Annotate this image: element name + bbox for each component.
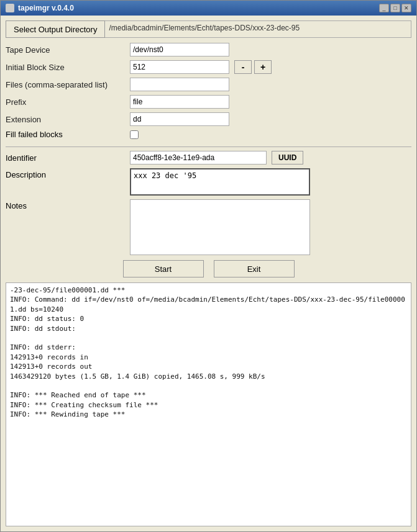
select-output-directory-button[interactable]: Select Output Directory <box>6 20 105 38</box>
notes-label: Notes <box>6 199 130 210</box>
initial-block-size-input[interactable] <box>130 60 229 74</box>
output-directory-path: /media/bcadmin/Elements/Echt/tapes-DDS/x… <box>105 20 411 38</box>
tape-device-input[interactable] <box>130 43 229 56</box>
initial-block-size-label: Initial Block Size <box>6 63 130 72</box>
description-label: Description <box>6 168 130 179</box>
titlebar-left: tapeimgr v.0.4.0 <box>6 4 74 12</box>
titlebar: tapeimgr v.0.4.0 _ □ ✕ <box>1 1 416 16</box>
separator <box>6 147 411 147</box>
log-area[interactable]: -23-dec-95/file000001.dd *** INFO: Comma… <box>6 282 411 526</box>
exit-button[interactable]: Exit <box>214 260 295 277</box>
notes-row: Notes <box>6 199 411 255</box>
prefix-row: Prefix <box>6 95 411 109</box>
tape-device-label: Tape Device <box>6 45 130 55</box>
identifier-label: Identifier <box>6 153 130 163</box>
fill-failed-row: Fill failed blocks <box>6 130 411 139</box>
titlebar-buttons: _ □ ✕ <box>379 4 411 12</box>
uuid-button[interactable]: UUID <box>272 151 303 165</box>
identifier-input[interactable] <box>130 151 267 165</box>
notes-input[interactable] <box>130 199 310 255</box>
extension-row: Extension <box>6 112 411 126</box>
block-size-minus-button[interactable]: - <box>234 60 252 74</box>
description-row: Description <box>6 168 411 196</box>
window-title: tapeimgr v.0.4.0 <box>18 4 74 12</box>
block-size-controls: - + <box>234 60 272 74</box>
start-button[interactable]: Start <box>123 260 204 277</box>
fill-failed-checkbox[interactable] <box>130 130 139 139</box>
prefix-label: Prefix <box>6 97 130 107</box>
main-window: tapeimgr v.0.4.0 _ □ ✕ Select Output Dir… <box>0 0 417 532</box>
block-size-plus-button[interactable]: + <box>254 60 272 74</box>
identifier-row: Identifier UUID <box>6 151 411 165</box>
files-row: Files (comma-separated list) <box>6 78 411 91</box>
minimize-button[interactable]: _ <box>379 4 389 12</box>
tape-device-row: Tape Device <box>6 43 411 56</box>
maximize-button[interactable]: □ <box>390 4 400 12</box>
content-area: Select Output Directory /media/bcadmin/E… <box>1 16 416 531</box>
output-directory-row: Select Output Directory /media/bcadmin/E… <box>6 20 411 38</box>
extension-label: Extension <box>6 115 130 124</box>
app-icon <box>6 4 14 12</box>
fill-failed-label: Fill failed blocks <box>6 130 130 139</box>
files-input[interactable] <box>130 78 229 91</box>
close-button[interactable]: ✕ <box>401 4 411 12</box>
prefix-input[interactable] <box>130 95 229 109</box>
extension-input[interactable] <box>130 112 229 126</box>
initial-block-size-row: Initial Block Size - + <box>6 60 411 74</box>
files-label: Files (comma-separated list) <box>6 80 130 89</box>
action-buttons-row: Start Exit <box>6 260 411 277</box>
description-input[interactable] <box>130 168 310 196</box>
